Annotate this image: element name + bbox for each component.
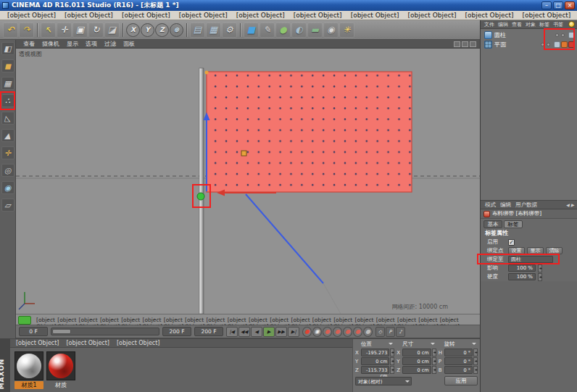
boole-icon[interactable]: ◐ [291,22,307,38]
am-menu-mode[interactable]: 模式 [483,201,497,209]
value-stepper[interactable] [538,273,542,281]
am-menu-edit[interactable]: 编辑 [499,201,512,209]
tab-basic[interactable]: 基本 [483,220,502,228]
coordinate-input[interactable]: 0 cm [361,357,389,365]
om-menu-bookmarks[interactable]: 书签 [552,21,565,28]
viewport-maximize-icon[interactable] [454,41,460,47]
value-stepper[interactable] [432,357,436,365]
value-stepper[interactable] [473,357,478,365]
polygons-mode-icon[interactable]: ▲ [1,129,14,142]
viewport-menu-panel[interactable]: 面板 [120,40,138,48]
snap-icon[interactable]: ◉ [1,181,14,194]
goto-end-button[interactable]: ▶| [288,327,299,337]
menu-item[interactable]: [object Object] [232,12,289,19]
play-button[interactable]: ▶ [263,327,275,337]
record-pla-toggle[interactable]: ● [363,327,373,337]
render-view-icon[interactable]: ▤ [190,22,205,38]
editor-visibility-dot[interactable] [541,43,544,46]
value-stepper[interactable] [390,357,394,365]
autokey-button[interactable]: ◉ [312,327,322,337]
value-stepper[interactable] [473,349,478,356]
coordinate-system-icon[interactable]: ⊕ [170,23,183,37]
value-stepper[interactable] [538,264,542,272]
menu-item[interactable]: [object Object] [175,12,232,19]
transform-mode-dropdown[interactable]: 对象(相对) [355,377,412,385]
value-stepper[interactable] [390,366,394,374]
corner-point[interactable] [205,71,209,75]
material-slot[interactable]: 材质1 [14,351,43,389]
material-menu-item[interactable]: [object Object] [13,340,62,346]
coordinate-input[interactable]: 0 ° [444,349,473,356]
viewport-menu-display[interactable]: 显示 [63,40,82,48]
pole-cylinder[interactable] [199,68,204,314]
coordinate-input[interactable]: 0 cm [402,349,431,356]
coordinate-input[interactable]: 0 ° [444,357,473,365]
default-light-icon[interactable] [568,21,575,28]
workplane-icon[interactable]: ▱ [1,199,14,212]
floor-icon[interactable]: ▬ [307,22,323,38]
am-menu-userdata[interactable]: 用户数据 [514,201,539,209]
material-thumbnail[interactable] [46,351,75,380]
end-frame-field[interactable]: 200 F [162,327,191,336]
set-points-button[interactable]: 设置 [508,247,525,254]
viewport-menu-filter[interactable]: 过滤 [101,40,120,48]
history-back-icon[interactable]: ◀ [566,202,570,207]
material-thumbnail[interactable] [14,351,43,380]
current-frame-field[interactable]: 0 F [19,327,48,336]
scale-tool-icon[interactable]: ▣ [72,22,88,38]
max-frame-field[interactable]: 200 F [194,327,223,336]
render-visibility-dot[interactable] [547,43,550,46]
influence-input[interactable]: 100 % [508,264,536,272]
close-button[interactable]: × [565,1,575,9]
lock-y-axis-button[interactable]: Y [141,23,154,37]
stiffness-input[interactable]: 100 % [508,273,536,280]
position-header[interactable]: 位置 [355,341,394,348]
om-menu-view[interactable]: 查看 [510,21,523,28]
material-slot[interactable]: 材质 [46,351,75,389]
coordinate-input[interactable]: 0 ° [444,366,473,374]
axis-center-handle[interactable] [241,151,246,156]
cloth-tag-icon[interactable] [561,41,568,48]
goto-start-button[interactable]: |◀ [226,327,238,337]
coordinate-input[interactable]: 0 cm [402,366,431,374]
viewport-menu-camera[interactable]: 摄像机 [38,40,63,48]
edges-mode-icon[interactable]: ◺ [1,112,14,125]
maximize-button[interactable]: □ [553,1,563,9]
prev-key-button[interactable]: ◀◀ [238,327,250,337]
enable-checkbox[interactable]: ✓ [508,239,515,246]
live-selection-icon[interactable]: ↖ [41,22,56,38]
last-tool-icon[interactable]: ◪ [104,22,120,38]
material-name[interactable]: 材质 [46,381,75,389]
object-row-plane[interactable]: 平面 [481,40,577,49]
light-icon[interactable]: ✳ [339,22,354,38]
coordinate-input[interactable]: -195.273 cm [361,349,389,356]
primitive-cube-icon[interactable]: ■ [244,22,259,38]
undo-icon[interactable]: ↶ [3,22,18,38]
minimize-button[interactable]: – [541,1,552,9]
record-keyframe-button[interactable]: ● [302,327,312,337]
render-picture-viewer-icon[interactable]: ▦ [206,22,221,38]
om-menu-file[interactable]: 文件 [483,21,496,28]
z-axis-line[interactable] [246,194,323,283]
belt-anchor-point[interactable] [197,193,204,200]
menu-item[interactable]: [object Object] [346,12,404,19]
viewport-split-icon[interactable] [462,41,468,47]
coordinate-input[interactable]: -115.733 cm [361,366,389,374]
menu-item[interactable]: [object Object] [3,12,60,19]
phong-tag-icon[interactable] [568,32,575,38]
spline-pen-icon[interactable]: ✎ [260,22,275,38]
rotate-tool-icon[interactable]: ↻ [88,22,104,38]
om-menu-objects[interactable]: 对象 [524,21,537,28]
points-mode-icon[interactable]: ∴ [1,94,14,107]
om-menu-tags[interactable]: 标签 [538,21,551,28]
value-stepper[interactable] [432,349,436,356]
belt-to-object-field[interactable]: 圆柱 [508,256,553,263]
show-points-button[interactable]: 显示 [527,247,544,254]
camera-icon[interactable]: ◉ [323,22,339,38]
object-row-cylinder[interactable]: 圆柱 [481,30,577,40]
coordinate-input[interactable]: 0 cm [402,357,431,365]
viewport-menu-view[interactable]: 查看 [20,40,38,48]
clear-points-button[interactable]: 清除 [546,247,563,254]
menu-item[interactable]: [object Object] [60,12,117,19]
timeline-ruler[interactable]: [object Object][object Object][object Ob… [16,314,480,325]
